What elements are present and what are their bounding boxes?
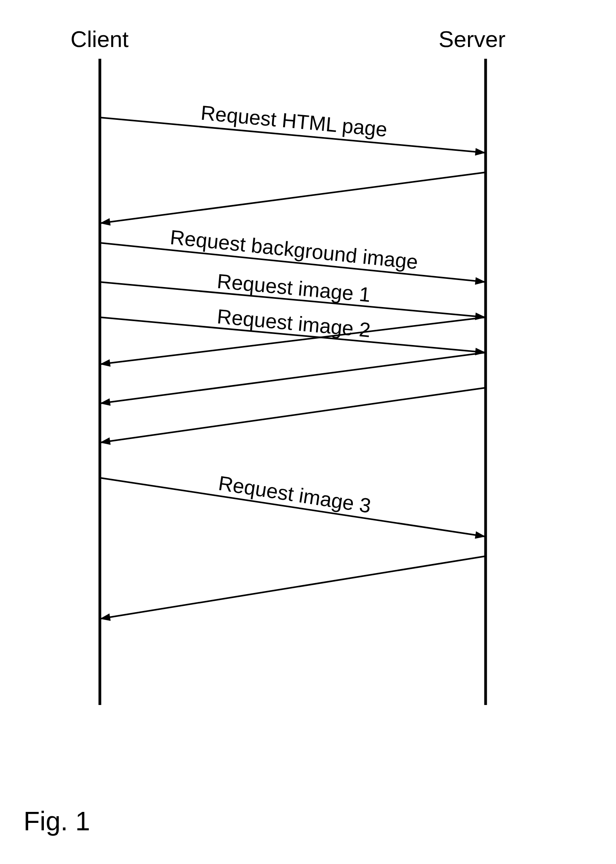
message-arrows: Request HTML pageRequest background imag… — [100, 101, 486, 621]
message-label: Request image 3 — [217, 472, 372, 517]
arrow-head-icon — [100, 437, 110, 445]
participant-server-label: Server — [439, 26, 506, 52]
arrow-head-icon — [475, 531, 486, 539]
message-label: Request image 2 — [216, 305, 372, 342]
arrow-head-icon — [100, 613, 111, 621]
arrow-head-icon — [475, 277, 486, 285]
message-arrow — [100, 172, 486, 223]
arrow-head-icon — [100, 398, 110, 406]
figure-caption: Fig. 1 — [23, 806, 90, 836]
message-arrow — [100, 556, 486, 619]
message-label: Request background image — [169, 226, 419, 273]
arrow-head-icon — [100, 218, 110, 226]
participant-client-label: Client — [70, 26, 128, 52]
arrow-head-icon — [100, 359, 110, 367]
arrow-head-icon — [475, 148, 486, 155]
message-label: Request image 1 — [216, 269, 372, 306]
